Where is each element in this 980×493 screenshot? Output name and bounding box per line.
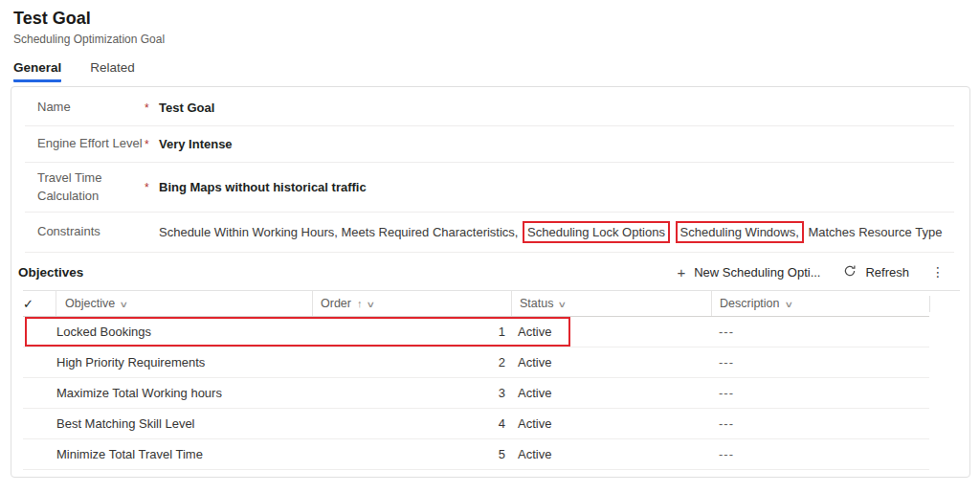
required-asterisk: * [145, 180, 159, 194]
table-row-maximize-total-working-hours[interactable]: Maximize Total Working hours 3 Active --… [23, 378, 929, 409]
column-header-status-label: Status [520, 297, 553, 310]
cell-order: 4 [312, 416, 511, 431]
cell-description: --- [711, 416, 929, 431]
field-name-label: Name [37, 99, 145, 117]
cell-status: Active [511, 386, 711, 400]
objectives-toolbar: + New Scheduling Opti... Refresh ⋮ [668, 261, 952, 282]
cell-description: --- [711, 355, 929, 370]
tab-general[interactable]: General [13, 60, 61, 82]
field-travel-time-calculation: Travel Time Calculation * Bing Maps with… [25, 163, 954, 213]
objectives-section-title: Objectives [18, 265, 83, 280]
cell-objective[interactable]: High Priority Requirements [56, 355, 312, 370]
annotation-box-scheduling-windows: Scheduling Windows, [676, 221, 804, 243]
cell-order: 1 [312, 325, 511, 339]
table-row-minimize-total-travel-time[interactable]: Minimize Total Travel Time 5 Active --- [23, 439, 929, 470]
cell-objective[interactable]: Locked Bookings [56, 325, 312, 339]
column-header-description-label: Description [720, 297, 780, 310]
column-header-order-label: Order [321, 297, 351, 310]
objectives-grid: ✓ Objective ∨ Order ↑ ∨ Status ∨ Descrip… [23, 291, 969, 470]
field-engine-effort-value[interactable]: Very Intense [159, 137, 233, 151]
cell-status: Active [511, 416, 711, 431]
tab-bar: General Related [13, 60, 980, 82]
table-row-best-matching-skill-level[interactable]: Best Matching Skill Level 4 Active --- [23, 409, 929, 439]
page-header: Test Goal Scheduling Optimization Goal [0, 0, 980, 46]
field-name-value[interactable]: Test Goal [159, 101, 214, 115]
chevron-down-icon: ∨ [120, 299, 129, 309]
annotation-box-scheduling-lock-options: Scheduling Lock Options [523, 221, 670, 243]
column-header-order[interactable]: Order ↑ ∨ [312, 291, 511, 316]
objectives-section-header: Objectives + New Scheduling Opti... Refr… [11, 253, 969, 290]
page-title: Test Goal [13, 9, 980, 30]
field-engine-effort-level: Engine Effort Level * Very Intense [25, 126, 954, 163]
plus-icon: + [677, 265, 685, 280]
column-header-objective[interactable]: Objective ∨ [56, 291, 312, 316]
field-name: Name * Test Goal [25, 90, 954, 126]
column-header-status[interactable]: Status ∨ [511, 291, 711, 316]
field-travel-time-label: Travel Time Calculation [37, 169, 145, 206]
column-header-description[interactable]: Description ∨ [711, 291, 929, 316]
cell-description: --- [711, 325, 929, 339]
page-subtitle: Scheduling Optimization Goal [13, 33, 980, 46]
refresh-button[interactable]: Refresh [835, 261, 918, 282]
required-asterisk: * [145, 137, 159, 151]
cell-status: Active [511, 355, 711, 370]
cell-order: 2 [312, 355, 511, 370]
table-row-locked-bookings[interactable]: Locked Bookings 1 Active --- [23, 317, 929, 347]
refresh-button-label: Refresh [865, 265, 909, 280]
more-commands-icon[interactable]: ⋮ [924, 262, 952, 281]
field-constraints-label: Constraints [37, 223, 145, 241]
column-header-objective-label: Objective [65, 297, 115, 310]
required-asterisk-empty [145, 232, 159, 233]
chevron-down-icon: ∨ [558, 299, 568, 309]
form-fields: Name * Test Goal Engine Effort Level * V… [11, 87, 969, 253]
refresh-icon [843, 264, 857, 280]
new-scheduling-optimization-button[interactable]: + New Scheduling Opti... [668, 262, 829, 282]
sort-ascending-icon: ↑ [357, 298, 363, 309]
cell-objective[interactable]: Minimize Total Travel Time [56, 447, 312, 461]
cell-description: --- [711, 386, 929, 400]
cell-objective[interactable]: Maximize Total Working hours [56, 386, 312, 400]
grid-header-row: ✓ Objective ∨ Order ↑ ∨ Status ∨ Descrip… [23, 291, 929, 317]
tab-related[interactable]: Related [90, 60, 135, 82]
constraints-text-prefix: Schedule Within Working Hours, Meets Req… [159, 225, 518, 239]
required-asterisk: * [145, 101, 159, 115]
new-button-label: New Scheduling Opti... [694, 265, 820, 280]
constraints-text-suffix: Matches Resource Type [808, 225, 942, 239]
cell-status: Active [511, 447, 711, 461]
chevron-down-icon: ∨ [367, 299, 376, 309]
check-icon: ✓ [23, 297, 33, 311]
cell-order: 5 [312, 447, 511, 461]
cell-status: Active [511, 325, 711, 339]
select-all-checkbox[interactable]: ✓ [23, 291, 56, 316]
table-row-high-priority-requirements[interactable]: High Priority Requirements 2 Active --- [23, 347, 929, 378]
form-card: Name * Test Goal Engine Effort Level * V… [11, 86, 970, 478]
field-constraints: Constraints Schedule Within Working Hour… [25, 213, 954, 253]
field-travel-time-value[interactable]: Bing Maps without historical traffic [159, 180, 367, 194]
cell-objective[interactable]: Best Matching Skill Level [56, 416, 312, 431]
chevron-down-icon: ∨ [784, 299, 793, 309]
field-constraints-value[interactable]: Schedule Within Working Hours, Meets Req… [159, 221, 942, 243]
cell-order: 3 [312, 386, 511, 400]
field-engine-effort-label: Engine Effort Level [37, 135, 145, 153]
cell-description: --- [711, 447, 929, 461]
